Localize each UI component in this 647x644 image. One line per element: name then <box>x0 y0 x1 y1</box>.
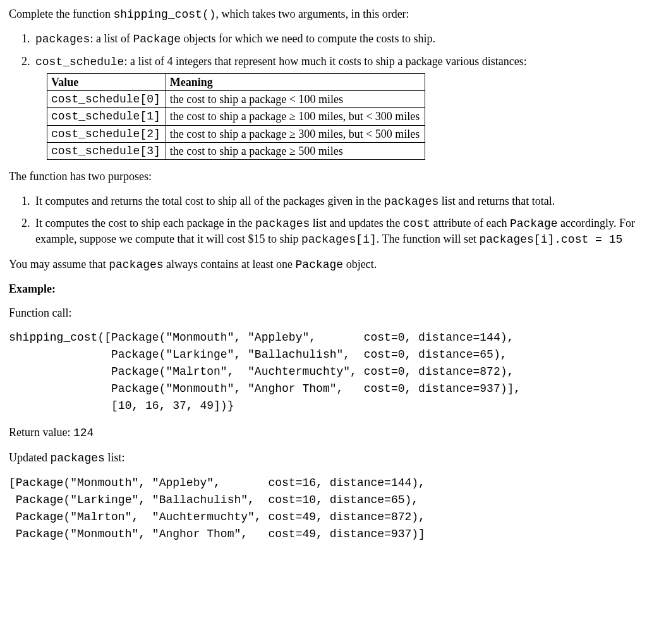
arg-1-desc-post: objects for which we need to compute the… <box>181 32 435 45</box>
p2-m3: Package <box>510 217 558 230</box>
function-call-code: shipping_cost([Package("Monmouth", "Appl… <box>9 329 638 415</box>
intro-post: , which takes two arguments, in this ord… <box>216 8 409 20</box>
p2-m1: packages <box>255 217 310 230</box>
assume-t2: always contains at least one <box>164 258 296 270</box>
th-value: Value <box>47 73 166 90</box>
cost-schedule-table: Value Meaning cost_schedule[0] the cost … <box>47 73 425 160</box>
purposes-intro: The function has two purposes: <box>9 169 638 184</box>
p2-t5: . The function will set <box>377 233 480 245</box>
assume-t1: You may assume that <box>9 258 109 270</box>
assume-m2: Package <box>296 258 344 271</box>
updated-t1: Updated <box>9 451 50 464</box>
cell-value: cost_schedule[2] <box>47 125 166 142</box>
cell-meaning: the cost to ship a package ≥ 300 miles, … <box>166 125 425 142</box>
cell-value: cost_schedule[3] <box>47 143 166 160</box>
cell-value: cost_schedule[0] <box>47 91 166 108</box>
p2-m2: cost <box>403 217 430 230</box>
cell-meaning: the cost to ship a package ≥ 500 miles <box>166 143 425 160</box>
return-label: Return value: <box>9 426 73 439</box>
p1-t2: list and returns that total. <box>438 195 555 207</box>
example-heading: Example: <box>9 281 638 296</box>
table-row: cost_schedule[0] the cost to ship a pack… <box>47 91 425 108</box>
function-call-label: Function call: <box>9 305 638 320</box>
p1-m1: packages <box>384 195 438 208</box>
updated-list-label: Updated packages list: <box>9 450 638 466</box>
intro-fn: shipping_cost() <box>113 8 215 21</box>
purposes-list: It computes and returns the total cost t… <box>9 193 638 248</box>
assume-m1: packages <box>109 258 163 271</box>
arg-1-name: packages <box>35 33 90 46</box>
p2-m5: packages[i].cost = 15 <box>479 233 622 246</box>
table-row: cost_schedule[2] the cost to ship a pack… <box>47 125 425 142</box>
arg-2-desc-pre: : a list of 4 integers that represent ho… <box>124 55 526 68</box>
argument-list: packages: a list of Package objects for … <box>9 31 638 160</box>
purpose-1: It computes and returns the total cost t… <box>33 193 638 209</box>
p2-m4: packages[i] <box>301 233 377 246</box>
assume-t3: object. <box>343 258 377 270</box>
p1-t1: It computes and returns the total cost t… <box>35 195 384 207</box>
table-row: cost_schedule[1] the cost to ship a pack… <box>47 108 425 125</box>
intro-pre: Complete the function <box>9 8 113 20</box>
intro-paragraph: Complete the function shipping_cost(), w… <box>9 6 638 22</box>
table-header-row: Value Meaning <box>47 73 425 90</box>
arg-2-name: cost_schedule <box>35 56 124 68</box>
table-row: cost_schedule[3] the cost to ship a pack… <box>47 143 425 160</box>
th-meaning: Meaning <box>166 73 425 90</box>
return-value: 124 <box>73 427 94 439</box>
purpose-2: It computes the cost to ship each packag… <box>33 216 638 248</box>
cell-meaning: the cost to ship a package < 100 miles <box>166 91 425 108</box>
updated-t2: list: <box>105 451 125 464</box>
cell-meaning: the cost to ship a package ≥ 100 miles, … <box>166 108 425 125</box>
p2-t3: attribute of each <box>430 217 510 229</box>
p2-t1: It computes the cost to ship each packag… <box>35 217 255 229</box>
arg-1: packages: a list of Package objects for … <box>33 31 638 47</box>
p2-t2: list and updates the <box>310 217 402 229</box>
arg-1-desc-pre: : a list of <box>90 32 133 45</box>
updated-list-code: [Package("Monmouth", "Appleby", cost=16,… <box>9 475 638 543</box>
arg-1-obj: Package <box>133 33 181 46</box>
cell-value: cost_schedule[1] <box>47 108 166 125</box>
return-value-line: Return value: 124 <box>9 425 638 440</box>
updated-m1: packages <box>50 452 104 465</box>
arg-2: cost_schedule: a list of 4 integers that… <box>33 54 638 161</box>
assumption: You may assume that packages always cont… <box>9 257 638 272</box>
